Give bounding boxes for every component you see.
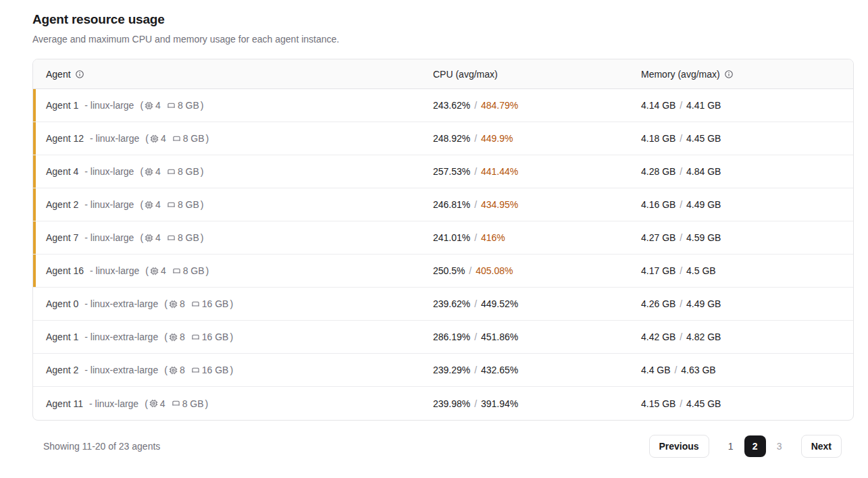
page-title: Agent resource usage xyxy=(32,12,854,27)
memory-max: 4.45 GB xyxy=(686,398,721,409)
cpu-avg: 239.98% xyxy=(433,398,470,409)
agent-cell: Agent 12 - linux-large (48 GB) xyxy=(46,133,433,144)
cpu-chip-icon xyxy=(145,234,153,242)
page-button-2[interactable]: 2 xyxy=(744,435,766,457)
column-header-cpu-label: CPU (avg/max) xyxy=(433,69,498,80)
page: Agent resource usage Average and maximum… xyxy=(0,0,868,458)
cpu-avg: 250.5% xyxy=(433,265,465,276)
cpu-chip-icon xyxy=(150,267,159,275)
table-row: Agent 2 - linux-large (48 GB) 246.81% / … xyxy=(33,188,853,221)
page-subtitle: Average and maximum CPU and memory usage… xyxy=(32,34,854,45)
agent-cpus: 4 xyxy=(155,232,161,243)
next-page-button[interactable]: Next xyxy=(801,435,842,458)
cpu-cell: 246.81% / 434.95% xyxy=(433,199,641,210)
table-row: Agent 4 - linux-large (48 GB) 257.53% / … xyxy=(33,155,853,188)
column-header-memory: Memory (avg/max) xyxy=(641,69,853,80)
table-row: Agent 0 - linux-extra-large (816 GB) 239… xyxy=(33,288,853,321)
memory-stick-icon xyxy=(191,366,200,375)
agent-cpus: 4 xyxy=(161,265,166,276)
agent-spec: (48 GB) xyxy=(140,166,203,177)
table-row: Agent 16 - linux-large (48 GB) 250.5% / … xyxy=(33,255,853,288)
memory-separator: / xyxy=(675,100,686,111)
memory-avg: 4.26 GB xyxy=(641,298,675,309)
memory-stick-icon xyxy=(172,134,181,143)
memory-max: 4.5 GB xyxy=(686,265,716,276)
memory-max: 4.84 GB xyxy=(686,166,721,177)
memory-separator: / xyxy=(675,331,686,342)
agent-spec: (816 GB) xyxy=(164,298,233,309)
table-row: Agent 7 - linux-large (48 GB) 241.01% / … xyxy=(33,221,853,255)
agent-name: Agent 11 xyxy=(46,398,83,409)
agent-cell: Agent 1 - linux-extra-large (816 GB) xyxy=(46,331,433,342)
memory-stick-icon xyxy=(167,167,176,176)
agent-spec: (48 GB) xyxy=(145,398,208,409)
memory-separator: / xyxy=(675,398,686,409)
cpu-avg: 239.29% xyxy=(433,365,470,375)
cpu-cell: 239.29% / 432.65% xyxy=(433,365,641,375)
agent-cell: Agent 2 - linux-extra-large (816 GB) xyxy=(46,365,433,375)
table-footer: Showing 11-20 of 23 agents Previous 123 … xyxy=(32,435,854,458)
agent-cpus: 4 xyxy=(155,100,161,111)
cpu-cell: 241.01% / 416% xyxy=(433,232,641,243)
table-header-row: Agent CPU (avg/max) Memory (avg/max) xyxy=(33,59,853,89)
agent-name: Agent 0 xyxy=(46,298,78,309)
page-number-list: 123 xyxy=(720,435,790,457)
cpu-cell: 239.62% / 449.52% xyxy=(433,298,641,309)
agent-memory-size: 8 GB xyxy=(183,265,205,276)
agent-instance-type: - linux-large xyxy=(90,265,139,276)
agent-name: Agent 7 xyxy=(46,232,78,243)
pagination: Previous 123 Next xyxy=(649,435,842,458)
agent-spec: (48 GB) xyxy=(140,199,203,210)
agent-name: Agent 2 xyxy=(46,199,78,210)
agent-cell: Agent 7 - linux-large (48 GB) xyxy=(46,232,433,243)
memory-stick-icon xyxy=(167,101,176,110)
cpu-avg: 239.62% xyxy=(433,298,470,309)
agent-cell: Agent 2 - linux-large (48 GB) xyxy=(46,199,433,210)
cpu-max: 416% xyxy=(481,232,505,243)
agent-memory-size: 8 GB xyxy=(178,232,199,243)
agent-name: Agent 2 xyxy=(46,365,78,375)
cpu-chip-icon xyxy=(149,399,158,408)
cpu-max: 484.79% xyxy=(481,100,518,111)
page-button-3[interactable]: 3 xyxy=(769,435,790,457)
memory-avg: 4.27 GB xyxy=(641,232,675,243)
memory-cell: 4.42 GB / 4.82 GB xyxy=(641,331,853,342)
memory-info-icon[interactable] xyxy=(724,70,734,79)
memory-avg: 4.15 GB xyxy=(641,398,675,409)
table-row: Agent 2 - linux-extra-large (816 GB) 239… xyxy=(33,354,853,387)
memory-max: 4.63 GB xyxy=(681,365,715,375)
cpu-cell: 257.53% / 441.44% xyxy=(433,166,641,177)
agent-instance-type: - linux-large xyxy=(84,232,134,243)
memory-separator: / xyxy=(671,365,682,375)
cpu-cell: 243.62% / 484.79% xyxy=(433,100,641,111)
agent-memory-size: 8 GB xyxy=(178,199,199,210)
cpu-max: 432.65% xyxy=(481,365,518,375)
cpu-avg: 286.19% xyxy=(433,331,470,342)
memory-cell: 4.16 GB / 4.49 GB xyxy=(641,199,853,210)
cpu-cell: 248.92% / 449.9% xyxy=(433,133,641,144)
column-header-cpu: CPU (avg/max) xyxy=(433,69,641,80)
memory-stick-icon xyxy=(167,201,176,209)
memory-cell: 4.17 GB / 4.5 GB xyxy=(641,265,853,276)
column-header-agent-label: Agent xyxy=(46,69,71,80)
table-row: Agent 1 - linux-extra-large (816 GB) 286… xyxy=(33,321,853,354)
agent-spec: (48 GB) xyxy=(145,265,209,276)
cpu-separator: / xyxy=(470,365,481,375)
agent-info-icon[interactable] xyxy=(75,70,84,79)
agent-cpus: 8 xyxy=(180,331,185,342)
cpu-cell: 286.19% / 451.86% xyxy=(433,331,641,342)
page-button-1[interactable]: 1 xyxy=(720,435,742,457)
agent-instance-type: - linux-extra-large xyxy=(84,365,158,375)
cpu-chip-icon xyxy=(145,167,153,176)
agent-instance-type: - linux-large xyxy=(84,166,134,177)
results-summary: Showing 11-20 of 23 agents xyxy=(43,441,160,452)
cpu-chip-icon xyxy=(150,134,159,143)
memory-max: 4.49 GB xyxy=(686,199,721,210)
memory-stick-icon xyxy=(167,234,176,242)
agent-cpus: 4 xyxy=(161,133,166,144)
cpu-separator: / xyxy=(470,199,481,210)
agent-usage-table: Agent CPU (avg/max) Memory (avg/max) Age… xyxy=(32,59,854,421)
table-body: Agent 1 - linux-large (48 GB) 243.62% / … xyxy=(33,89,853,420)
previous-page-button[interactable]: Previous xyxy=(649,435,709,458)
cpu-avg: 257.53% xyxy=(433,166,470,177)
